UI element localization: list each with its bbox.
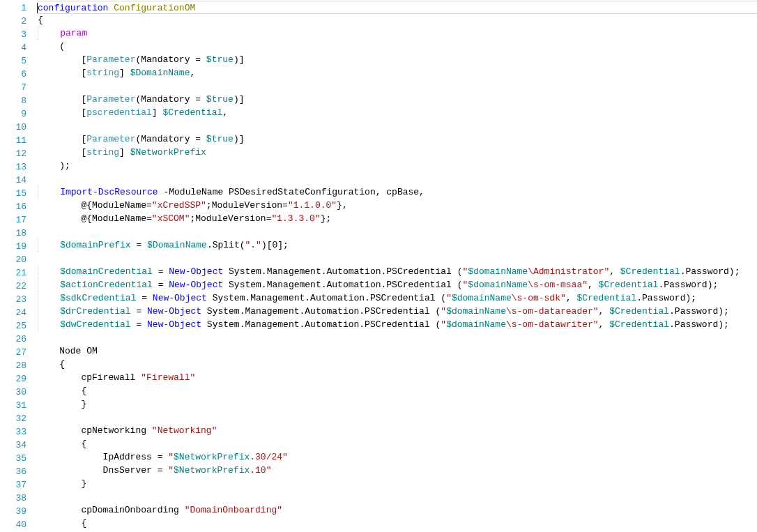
- line-number: 10: [6, 121, 26, 134]
- code-area[interactable]: configuration ConfigurationOM{ param ( […: [35, 0, 757, 532]
- line-number-gutter: 1234567891011121314151617181920212223242…: [0, 0, 35, 532]
- line-number: 33: [6, 425, 26, 439]
- code-line[interactable]: param: [38, 26, 757, 40]
- line-number: 31: [6, 399, 26, 412]
- line-number: 35: [6, 452, 26, 465]
- code-line[interactable]: {: [38, 384, 757, 397]
- code-line[interactable]: [38, 119, 757, 132]
- code-line[interactable]: [Parameter(Mandatory = $true)]: [38, 93, 757, 106]
- code-line[interactable]: Import-DscResource -ModuleName PSDesired…: [38, 185, 757, 199]
- code-line[interactable]: @{ModuleName="xSCOM";ModuleVersion="1.3.…: [38, 212, 757, 225]
- line-number: 25: [6, 319, 26, 333]
- code-line[interactable]: $domainPrefix = $DomainName.Split(".")[0…: [38, 238, 757, 252]
- code-line[interactable]: IpAddress = "$NetworkPrefix.30/24": [38, 450, 757, 464]
- code-line[interactable]: DnsServer = "$NetworkPrefix.10": [38, 464, 757, 477]
- code-line[interactable]: }: [38, 397, 757, 411]
- code-line[interactable]: [string] $NetworkPrefix: [38, 146, 757, 159]
- line-number: 13: [6, 160, 26, 174]
- code-line[interactable]: [Parameter(Mandatory = $true)]: [38, 53, 757, 66]
- line-number: 34: [6, 439, 26, 452]
- line-number: 5: [6, 54, 26, 68]
- code-line[interactable]: [38, 490, 757, 503]
- code-line[interactable]: [pscredential] $Credential,: [38, 106, 757, 119]
- line-number: 8: [6, 94, 26, 107]
- line-number: 19: [6, 240, 26, 253]
- code-line[interactable]: }: [38, 477, 757, 490]
- code-line[interactable]: [38, 172, 757, 185]
- code-line[interactable]: $sdkCredential = New-Object System.Manag…: [38, 291, 757, 305]
- line-number: 1: [6, 1, 26, 15]
- line-number: 30: [6, 386, 26, 399]
- code-line[interactable]: {: [38, 358, 757, 371]
- code-line[interactable]: $dwCredential = New-Object System.Manage…: [38, 318, 757, 331]
- line-number: 22: [6, 280, 26, 293]
- code-line[interactable]: cpFirewall "Firewall": [38, 371, 757, 384]
- line-number: 20: [6, 253, 26, 266]
- code-line[interactable]: [38, 331, 757, 344]
- line-number: 38: [6, 492, 26, 505]
- line-number: 11: [6, 134, 26, 147]
- line-number: 18: [6, 227, 26, 240]
- line-number: 17: [6, 213, 26, 227]
- code-line[interactable]: {: [38, 517, 757, 530]
- line-number: 28: [6, 359, 26, 372]
- code-line[interactable]: );: [38, 159, 757, 172]
- line-number: 27: [6, 346, 26, 359]
- line-number: 39: [6, 505, 26, 518]
- line-number: 32: [6, 412, 26, 425]
- line-number: 7: [6, 81, 26, 94]
- code-line[interactable]: $drCredential = New-Object System.Manage…: [38, 305, 757, 318]
- code-line[interactable]: [38, 79, 757, 93]
- code-line[interactable]: (: [38, 40, 757, 53]
- code-line[interactable]: $actionCredential = New-Object System.Ma…: [38, 278, 757, 291]
- line-number: 26: [6, 333, 26, 346]
- line-number: 4: [6, 41, 26, 54]
- line-number: 40: [6, 518, 26, 531]
- line-number: 9: [6, 107, 26, 121]
- code-line[interactable]: {: [38, 13, 757, 26]
- code-line[interactable]: configuration ConfigurationOM: [38, 1, 757, 14]
- line-number: 15: [6, 187, 26, 200]
- code-line[interactable]: {: [38, 437, 757, 450]
- code-line[interactable]: [38, 411, 757, 424]
- line-number: 21: [6, 266, 26, 280]
- line-number: 36: [6, 465, 26, 478]
- line-number: 3: [6, 28, 26, 41]
- code-line[interactable]: $domainCredential = New-Object System.Ma…: [38, 265, 757, 278]
- line-number: 6: [6, 68, 26, 81]
- code-line[interactable]: Node OM: [38, 344, 757, 358]
- line-number: 12: [6, 147, 26, 160]
- code-line[interactable]: [38, 225, 757, 238]
- line-number: 2: [6, 15, 26, 28]
- code-line[interactable]: cpNetworking "Networking": [38, 424, 757, 437]
- code-line[interactable]: [Parameter(Mandatory = $true)]: [38, 132, 757, 146]
- code-line[interactable]: @{ModuleName="xCredSSP";ModuleVersion="1…: [38, 199, 757, 212]
- code-line[interactable]: cpDomainOnboarding "DomainOnboarding": [38, 503, 757, 517]
- line-number: 29: [6, 372, 26, 386]
- code-editor[interactable]: 1234567891011121314151617181920212223242…: [0, 0, 757, 532]
- line-number: 24: [6, 306, 26, 319]
- line-number: 16: [6, 200, 26, 213]
- code-line[interactable]: [string] $DomainName,: [38, 66, 757, 79]
- line-number: 23: [6, 293, 26, 306]
- code-line[interactable]: [38, 252, 757, 265]
- line-number: 14: [6, 174, 26, 187]
- line-number: 37: [6, 478, 26, 492]
